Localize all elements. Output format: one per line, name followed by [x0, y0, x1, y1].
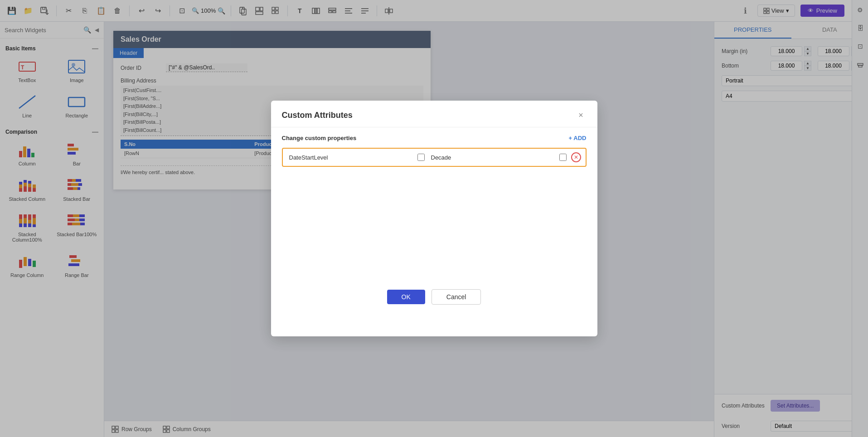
- modal-title: Custom Attributes: [282, 111, 353, 120]
- delete-attribute-button[interactable]: ✕: [571, 152, 581, 162]
- modal-close-button[interactable]: ×: [576, 110, 587, 121]
- custom-attributes-modal: Custom Attributes × Change custom proper…: [271, 101, 597, 336]
- attribute-name-checkbox[interactable]: [417, 154, 425, 161]
- modal-footer: OK Cancel: [271, 282, 597, 314]
- modal-attributes-area: ✕: [282, 148, 587, 275]
- add-attribute-button[interactable]: + ADD: [569, 135, 587, 141]
- modal-backdrop[interactable]: Custom Attributes × Change custom proper…: [0, 0, 868, 437]
- ok-button[interactable]: OK: [387, 290, 425, 304]
- cancel-button[interactable]: Cancel: [432, 289, 481, 305]
- attribute-name-input[interactable]: [287, 153, 413, 162]
- attribute-row-0: ✕: [282, 148, 587, 167]
- modal-body: Change custom properties + ADD ✕: [271, 127, 597, 282]
- modal-subtitle-row: Change custom properties + ADD: [282, 135, 587, 141]
- modal-header: Custom Attributes ×: [271, 101, 597, 127]
- attribute-value-input[interactable]: [429, 153, 555, 162]
- modal-subtitle: Change custom properties: [282, 135, 357, 141]
- attribute-value-checkbox[interactable]: [559, 154, 567, 161]
